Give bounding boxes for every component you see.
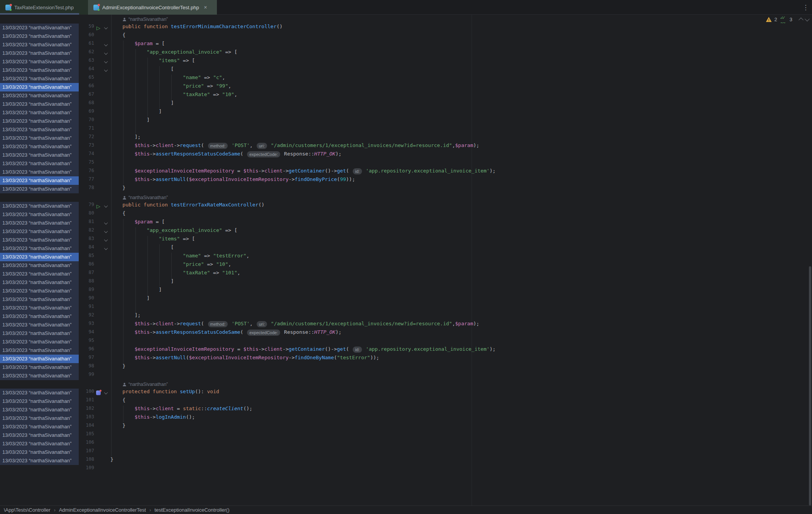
code-line[interactable]: $this->assertResponseStatusCodeSame( exp… (110, 329, 342, 338)
code-line[interactable]: ] (110, 278, 174, 287)
git-blame-annotation[interactable]: 13/03/2023 “narthaSivanathan” (0, 261, 79, 270)
next-problem-icon[interactable] (805, 17, 810, 22)
git-blame-annotation[interactable]: 13/03/2023 “narthaSivanathan” (0, 406, 79, 414)
code-line[interactable]: $param = [ (110, 41, 165, 49)
code-line[interactable]: } (110, 457, 113, 465)
git-blame-annotation[interactable]: 13/03/2023 “narthaSivanathan” (0, 134, 79, 142)
code-line[interactable]: ]; (110, 312, 140, 321)
code-line[interactable]: "app_exceptional_invoice" => [ (110, 227, 237, 236)
run-test-icon[interactable]: ▷ (95, 24, 102, 32)
fold-chevron-icon[interactable] (103, 219, 108, 227)
git-blame-annotation[interactable]: 13/03/2023 “narthaSivanathan” (0, 168, 79, 176)
git-blame-annotation[interactable]: 13/03/2023 “narthaSivanathan” (0, 125, 79, 134)
code-line[interactable]: public function testErrorMinimumCharacte… (110, 24, 283, 32)
code-line[interactable]: "taxRate" => "10", (110, 91, 237, 100)
code-line[interactable]: "taxRate" => "101", (110, 270, 240, 278)
breadcrumb-item[interactable]: testExceptionalInvoiceController() (154, 507, 229, 513)
code-line[interactable]: } (110, 185, 125, 193)
git-blame-annotation[interactable]: 13/03/2023 “narthaSivanathan” (0, 304, 79, 312)
git-blame-annotation[interactable]: 13/03/2023 “narthaSivanathan” (0, 176, 79, 185)
git-blame-annotation[interactable]: 13/03/2023 “narthaSivanathan” (0, 355, 79, 363)
code-line[interactable]: { (110, 210, 125, 219)
previous-problem-icon[interactable] (798, 18, 804, 23)
git-blame-annotation[interactable]: 13/03/2023 “narthaSivanathan” (0, 372, 79, 380)
code-line[interactable]: $this->assertNull($exceptionalInvoiceIte… (110, 176, 355, 185)
code-line[interactable]: $this->assertResponseStatusCodeSame( exp… (110, 151, 342, 159)
git-blame-annotation[interactable]: 13/03/2023 “narthaSivanathan” (0, 151, 79, 159)
fold-chevron-icon[interactable] (103, 66, 108, 74)
git-blame-annotation[interactable]: 13/03/2023 “narthaSivanathan” (0, 24, 79, 32)
fold-chevron-icon[interactable] (103, 41, 108, 49)
code-line[interactable]: "name" => "testError", (110, 253, 249, 261)
fold-chevron-icon[interactable] (103, 49, 108, 57)
code-line[interactable]: ] (110, 295, 150, 304)
code-author-inlay[interactable]: “narthaSivanathan” (122, 15, 168, 24)
git-blame-annotation[interactable]: 13/03/2023 “narthaSivanathan” (0, 227, 79, 236)
code-line[interactable]: $exceptionalInvoiceItemRepository = $thi… (110, 168, 496, 176)
tab-taxrateextensiontest[interactable]: TaxRateExtensionTest.php (0, 0, 88, 15)
code-editor[interactable]: “narthaSivanathan”13/03/2023 “narthaSiva… (0, 15, 812, 506)
close-icon[interactable]: ✕ (204, 5, 207, 10)
code-author-inlay[interactable]: “narthaSivanathan” (122, 193, 168, 202)
code-line[interactable]: $this->client->request( method: 'POST', … (110, 321, 479, 329)
git-blame-annotation[interactable]: 13/03/2023 “narthaSivanathan” (0, 389, 79, 397)
git-blame-annotation[interactable]: 13/03/2023 “narthaSivanathan” (0, 363, 79, 372)
code-line[interactable]: public function testErrorTaxRateMaxContr… (110, 202, 264, 210)
code-line[interactable]: ] (110, 287, 162, 295)
git-blame-annotation[interactable]: 13/03/2023 “narthaSivanathan” (0, 202, 79, 210)
git-blame-annotation[interactable]: 13/03/2023 “narthaSivanathan” (0, 295, 79, 304)
git-blame-annotation[interactable]: 13/03/2023 “narthaSivanathan” (0, 49, 79, 57)
code-line[interactable]: "name" => "c", (110, 74, 225, 83)
code-line[interactable]: "price" => "99", (110, 83, 231, 91)
git-blame-annotation[interactable]: 13/03/2023 “narthaSivanathan” (0, 414, 79, 423)
git-blame-annotation[interactable]: 13/03/2023 “narthaSivanathan” (0, 83, 79, 91)
git-blame-annotation[interactable]: 13/03/2023 “narthaSivanathan” (0, 244, 79, 253)
code-line[interactable]: [ (110, 244, 174, 253)
git-blame-annotation[interactable]: 13/03/2023 “narthaSivanathan” (0, 41, 79, 49)
git-blame-annotation[interactable]: 13/03/2023 “narthaSivanathan” (0, 329, 79, 338)
git-blame-annotation[interactable]: 13/03/2023 “narthaSivanathan” (0, 91, 79, 100)
git-blame-annotation[interactable]: 13/03/2023 “narthaSivanathan” (0, 142, 79, 151)
fold-chevron-icon[interactable] (103, 389, 108, 397)
code-line[interactable]: } (110, 423, 125, 431)
git-blame-annotation[interactable]: 13/03/2023 “narthaSivanathan” (0, 440, 79, 448)
code-line[interactable]: { (110, 397, 125, 406)
breadcrumb-item[interactable]: \App\Tests\Controller (4, 507, 51, 513)
fold-chevron-icon[interactable] (103, 236, 108, 244)
editor-scrollbar[interactable] (809, 266, 811, 506)
git-blame-annotation[interactable]: 13/03/2023 “narthaSivanathan” (0, 236, 79, 244)
git-blame-annotation[interactable]: 13/03/2023 “narthaSivanathan” (0, 117, 79, 125)
code-line[interactable]: $param = [ (110, 219, 165, 227)
git-blame-annotation[interactable]: 13/03/2023 “narthaSivanathan” (0, 278, 79, 287)
git-blame-annotation[interactable]: 13/03/2023 “narthaSivanathan” (0, 159, 79, 168)
git-blame-annotation[interactable]: 13/03/2023 “narthaSivanathan” (0, 66, 79, 74)
git-blame-annotation[interactable]: 13/03/2023 “narthaSivanathan” (0, 448, 79, 457)
git-blame-annotation[interactable]: 13/03/2023 “narthaSivanathan” (0, 32, 79, 41)
passed-count[interactable]: 3 (790, 17, 792, 22)
git-blame-annotation[interactable]: 13/03/2023 “narthaSivanathan” (0, 346, 79, 355)
fold-chevron-icon[interactable] (103, 202, 108, 210)
kebab-menu-icon[interactable]: ⋮ (802, 0, 809, 15)
fold-chevron-icon[interactable] (103, 227, 108, 236)
git-blame-annotation[interactable]: 13/03/2023 “narthaSivanathan” (0, 338, 79, 346)
git-blame-annotation[interactable]: 13/03/2023 “narthaSivanathan” (0, 100, 79, 108)
git-blame-annotation[interactable]: 13/03/2023 “narthaSivanathan” (0, 57, 79, 66)
code-line[interactable]: ] (110, 108, 162, 117)
warning-count[interactable]: 2 (775, 17, 777, 22)
code-line[interactable]: $this->client->request( method: 'POST', … (110, 142, 479, 151)
code-line[interactable]: ]; (110, 134, 140, 142)
code-line[interactable]: $exceptionalInvoiceItemRepository = $thi… (110, 346, 496, 355)
git-blame-annotation[interactable]: 13/03/2023 “narthaSivanathan” (0, 185, 79, 193)
git-blame-annotation[interactable]: 13/03/2023 “narthaSivanathan” (0, 253, 79, 261)
git-blame-annotation[interactable]: 13/03/2023 “narthaSivanathan” (0, 457, 79, 465)
run-test-icon[interactable]: ▷ (95, 202, 102, 210)
git-blame-annotation[interactable]: 13/03/2023 “narthaSivanathan” (0, 108, 79, 117)
fold-chevron-icon[interactable] (103, 57, 108, 66)
override-method-icon[interactable] (95, 389, 102, 397)
git-blame-annotation[interactable]: 13/03/2023 “narthaSivanathan” (0, 210, 79, 219)
git-blame-annotation[interactable]: 13/03/2023 “narthaSivanathan” (0, 219, 79, 227)
git-blame-annotation[interactable]: 13/03/2023 “narthaSivanathan” (0, 74, 79, 83)
git-blame-annotation[interactable]: 13/03/2023 “narthaSivanathan” (0, 397, 79, 406)
git-blame-annotation[interactable]: 13/03/2023 “narthaSivanathan” (0, 287, 79, 295)
git-blame-annotation[interactable]: 13/03/2023 “narthaSivanathan” (0, 431, 79, 440)
